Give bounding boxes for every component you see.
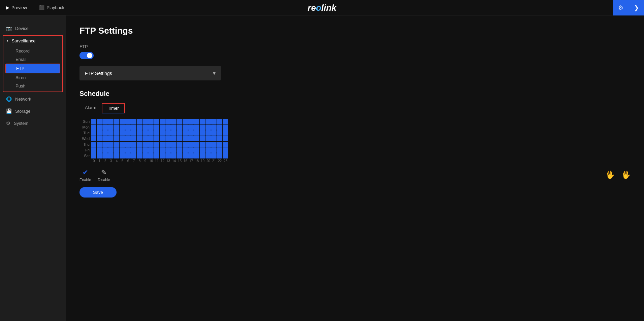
save-button[interactable]: Save bbox=[79, 187, 117, 198]
cell-fri-14[interactable] bbox=[171, 147, 176, 153]
cell-mon-20[interactable] bbox=[205, 124, 211, 130]
cell-thu-9[interactable] bbox=[142, 142, 148, 147]
cell-sat-3[interactable] bbox=[108, 153, 114, 158]
sidebar-item-siren[interactable]: Siren bbox=[3, 73, 62, 82]
cell-mon-17[interactable] bbox=[188, 124, 194, 130]
cell-fri-16[interactable] bbox=[183, 147, 188, 153]
cell-thu-15[interactable] bbox=[177, 142, 182, 147]
cell-tue-23[interactable] bbox=[223, 130, 228, 136]
cell-wed-12[interactable] bbox=[160, 136, 165, 141]
cell-sat-13[interactable] bbox=[165, 153, 171, 158]
cell-fri-12[interactable] bbox=[160, 147, 165, 153]
sidebar-item-storage[interactable]: 💾 Storage bbox=[0, 105, 66, 117]
cell-wed-7[interactable] bbox=[131, 136, 136, 141]
cell-wed-23[interactable] bbox=[223, 136, 228, 141]
cell-sat-17[interactable] bbox=[188, 153, 194, 158]
cell-wed-20[interactable] bbox=[205, 136, 211, 141]
cell-tue-5[interactable] bbox=[120, 130, 125, 136]
cell-sun-23[interactable] bbox=[223, 119, 228, 124]
cell-thu-17[interactable] bbox=[188, 142, 194, 147]
ftp-toggle[interactable] bbox=[79, 52, 94, 59]
cell-tue-18[interactable] bbox=[194, 130, 199, 136]
cell-sun-4[interactable] bbox=[114, 119, 119, 124]
cell-tue-3[interactable] bbox=[108, 130, 114, 136]
cell-wed-11[interactable] bbox=[154, 136, 159, 141]
cell-thu-23[interactable] bbox=[223, 142, 228, 147]
cell-sun-11[interactable] bbox=[154, 119, 159, 124]
cell-sun-9[interactable] bbox=[142, 119, 148, 124]
cell-sun-20[interactable] bbox=[205, 119, 211, 124]
cell-mon-11[interactable] bbox=[154, 124, 159, 130]
cell-sat-8[interactable] bbox=[137, 153, 142, 158]
cell-fri-9[interactable] bbox=[142, 147, 148, 153]
cell-tue-13[interactable] bbox=[165, 130, 171, 136]
cell-tue-7[interactable] bbox=[131, 130, 136, 136]
cell-mon-15[interactable] bbox=[177, 124, 182, 130]
cell-wed-10[interactable] bbox=[148, 136, 154, 141]
cell-mon-23[interactable] bbox=[223, 124, 228, 130]
cell-wed-16[interactable] bbox=[183, 136, 188, 141]
cell-fri-10[interactable] bbox=[148, 147, 154, 153]
cell-thu-14[interactable] bbox=[171, 142, 176, 147]
cell-wed-19[interactable] bbox=[200, 136, 205, 141]
cell-fri-17[interactable] bbox=[188, 147, 194, 153]
cell-tue-1[interactable] bbox=[97, 130, 102, 136]
cell-thu-4[interactable] bbox=[114, 142, 119, 147]
cell-wed-4[interactable] bbox=[114, 136, 119, 141]
cell-thu-19[interactable] bbox=[200, 142, 205, 147]
cell-mon-19[interactable] bbox=[200, 124, 205, 130]
cell-sat-20[interactable] bbox=[205, 153, 211, 158]
cell-mon-13[interactable] bbox=[165, 124, 171, 130]
cell-sat-7[interactable] bbox=[131, 153, 136, 158]
cell-sun-6[interactable] bbox=[125, 119, 131, 124]
cell-thu-3[interactable] bbox=[108, 142, 114, 147]
cell-fri-18[interactable] bbox=[194, 147, 199, 153]
cell-fri-23[interactable] bbox=[223, 147, 228, 153]
cell-wed-6[interactable] bbox=[125, 136, 131, 141]
enable-ctrl[interactable]: ✔ Enable bbox=[79, 168, 91, 182]
cell-sun-22[interactable] bbox=[217, 119, 222, 124]
cell-tue-11[interactable] bbox=[154, 130, 159, 136]
cell-wed-9[interactable] bbox=[142, 136, 148, 141]
cell-wed-0[interactable] bbox=[91, 136, 96, 141]
cell-sun-19[interactable] bbox=[200, 119, 205, 124]
cell-tue-20[interactable] bbox=[205, 130, 211, 136]
cell-tue-4[interactable] bbox=[114, 130, 119, 136]
cell-mon-8[interactable] bbox=[137, 124, 142, 130]
cell-fri-20[interactable] bbox=[205, 147, 211, 153]
cell-tue-17[interactable] bbox=[188, 130, 194, 136]
cell-mon-14[interactable] bbox=[171, 124, 176, 130]
cell-tue-16[interactable] bbox=[183, 130, 188, 136]
cell-sun-0[interactable] bbox=[91, 119, 96, 124]
cell-sat-2[interactable] bbox=[102, 153, 108, 158]
cell-fri-8[interactable] bbox=[137, 147, 142, 153]
cell-thu-10[interactable] bbox=[148, 142, 154, 147]
cell-fri-6[interactable] bbox=[125, 147, 131, 153]
cell-fri-13[interactable] bbox=[165, 147, 171, 153]
cell-sun-8[interactable] bbox=[137, 119, 142, 124]
cell-tue-22[interactable] bbox=[217, 130, 222, 136]
cell-wed-13[interactable] bbox=[165, 136, 171, 141]
cell-sat-11[interactable] bbox=[154, 153, 159, 158]
settings-button[interactable]: ⚙ bbox=[613, 0, 629, 15]
cell-sun-2[interactable] bbox=[102, 119, 108, 124]
cell-sat-1[interactable] bbox=[97, 153, 102, 158]
cell-tue-2[interactable] bbox=[102, 130, 108, 136]
cell-mon-9[interactable] bbox=[142, 124, 148, 130]
cell-mon-2[interactable] bbox=[102, 124, 108, 130]
sidebar-item-ftp[interactable]: FTP bbox=[5, 64, 60, 73]
cell-sun-3[interactable] bbox=[108, 119, 114, 124]
cell-tue-0[interactable] bbox=[91, 130, 96, 136]
cell-sat-14[interactable] bbox=[171, 153, 176, 158]
undo-ctrl[interactable]: 🖐 bbox=[606, 171, 615, 179]
cell-thu-5[interactable] bbox=[120, 142, 125, 147]
cell-fri-15[interactable] bbox=[177, 147, 182, 153]
cell-sun-15[interactable] bbox=[177, 119, 182, 124]
sidebar-item-network[interactable]: 🌐 Network bbox=[0, 93, 66, 105]
cell-sat-4[interactable] bbox=[114, 153, 119, 158]
ftp-settings-dropdown[interactable]: FTP Settings ▾ bbox=[79, 66, 221, 80]
cell-wed-18[interactable] bbox=[194, 136, 199, 141]
cell-mon-18[interactable] bbox=[194, 124, 199, 130]
cell-mon-6[interactable] bbox=[125, 124, 131, 130]
cell-fri-1[interactable] bbox=[97, 147, 102, 153]
